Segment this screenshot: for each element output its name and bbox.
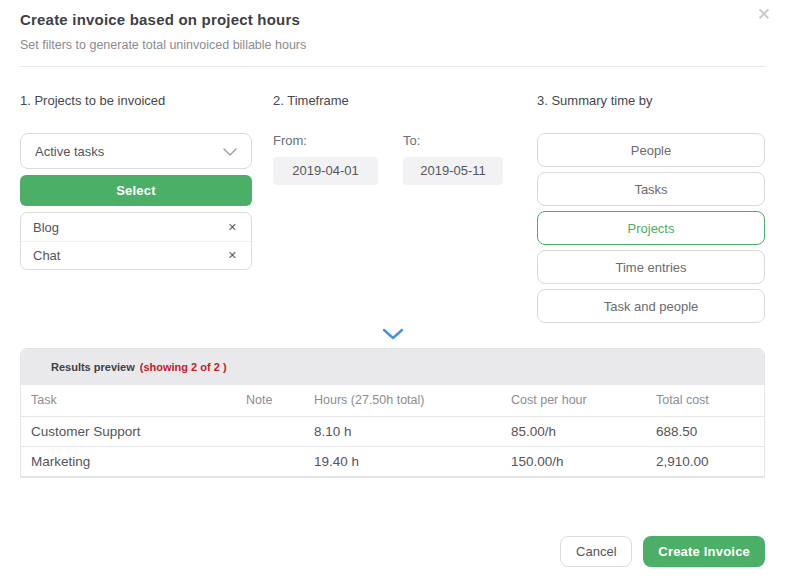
task-filter-dropdown[interactable]: Active tasks: [20, 133, 252, 169]
summary-option-people[interactable]: People: [537, 133, 765, 167]
summary-heading: 3. Summary time by: [537, 93, 765, 109]
header-divider: [20, 66, 765, 67]
col-header-cost-per-hour: Cost per hour: [501, 385, 646, 416]
from-date-input[interactable]: 2019-04-01: [273, 157, 378, 185]
selected-project-item: Blog ✕: [21, 213, 251, 241]
close-icon[interactable]: ✕: [757, 6, 771, 23]
results-table: Task Note Hours (27.50h total) Cost per …: [21, 385, 764, 477]
collapse-results-chevron-icon[interactable]: [20, 326, 765, 340]
cell-cost-per-hour: 150.00/h: [501, 446, 646, 476]
from-label: From:: [273, 133, 378, 148]
select-projects-button[interactable]: Select: [20, 175, 252, 206]
results-table-header-row: Task Note Hours (27.50h total) Cost per …: [21, 385, 764, 416]
cancel-button[interactable]: Cancel: [560, 536, 632, 567]
cell-total-cost: 2,910.00: [646, 446, 764, 476]
date-from-group: From: 2019-04-01: [273, 133, 378, 185]
cell-hours: 8.10 h: [304, 416, 501, 446]
results-preview-header: Results preview (showing 2 of 2 ): [21, 349, 764, 385]
col-header-task: Task: [21, 385, 241, 416]
task-filter-value: Active tasks: [35, 144, 104, 159]
selected-projects-list: Blog ✕ Chat ✕: [20, 212, 252, 270]
col-header-total-cost: Total cost: [646, 385, 764, 416]
cell-task: Customer Support: [21, 416, 241, 446]
results-preview-panel: Results preview (showing 2 of 2 ) Task N…: [20, 348, 765, 478]
col-header-hours: Hours (27.50h total): [304, 385, 501, 416]
dialog-subtitle: Set filters to generate total uninvoiced…: [20, 37, 765, 53]
timeframe-section: 2. Timeframe From: 2019-04-01 To: 2019-0…: [273, 93, 505, 185]
create-invoice-button[interactable]: Create Invoice: [643, 536, 765, 567]
projects-heading: 1. Projects to be invoiced: [20, 93, 252, 109]
projects-section: 1. Projects to be invoiced Active tasks …: [20, 93, 252, 270]
summary-section: 3. Summary time by People Tasks Projects…: [537, 93, 765, 323]
results-preview-title: Results preview: [51, 361, 135, 373]
chevron-down-icon: [223, 142, 237, 160]
table-row: Marketing 19.40 h 150.00/h 2,910.00: [21, 446, 764, 476]
summary-option-tasks[interactable]: Tasks: [537, 172, 765, 206]
table-row: Customer Support 8.10 h 85.00/h 688.50: [21, 416, 764, 446]
cell-hours: 19.40 h: [304, 446, 501, 476]
selected-project-item: Chat ✕: [21, 241, 251, 269]
timeframe-heading: 2. Timeframe: [273, 93, 505, 109]
date-to-group: To: 2019-05-11: [403, 133, 503, 185]
project-name: Blog: [33, 220, 59, 235]
project-name: Chat: [33, 248, 60, 263]
dialog-footer: Cancel Create Invoice: [20, 536, 765, 567]
to-date-input[interactable]: 2019-05-11: [403, 157, 503, 185]
summary-option-projects[interactable]: Projects: [537, 211, 765, 245]
to-label: To:: [403, 133, 503, 148]
cell-note: [241, 416, 304, 446]
col-header-note: Note: [241, 385, 304, 416]
dialog-title: Create invoice based on project hours: [20, 10, 765, 30]
remove-project-icon[interactable]: ✕: [226, 248, 239, 263]
cell-note: [241, 446, 304, 476]
filters-row: 1. Projects to be invoiced Active tasks …: [20, 93, 765, 323]
cell-total-cost: 688.50: [646, 416, 764, 446]
cell-task: Marketing: [21, 446, 241, 476]
results-showing-count: (showing 2 of 2 ): [140, 361, 227, 373]
summary-option-time-entries[interactable]: Time entries: [537, 250, 765, 284]
summary-option-task-and-people[interactable]: Task and people: [537, 289, 765, 323]
create-invoice-dialog: ✕ Create invoice based on project hours …: [0, 0, 785, 578]
remove-project-icon[interactable]: ✕: [226, 220, 239, 235]
cell-cost-per-hour: 85.00/h: [501, 416, 646, 446]
